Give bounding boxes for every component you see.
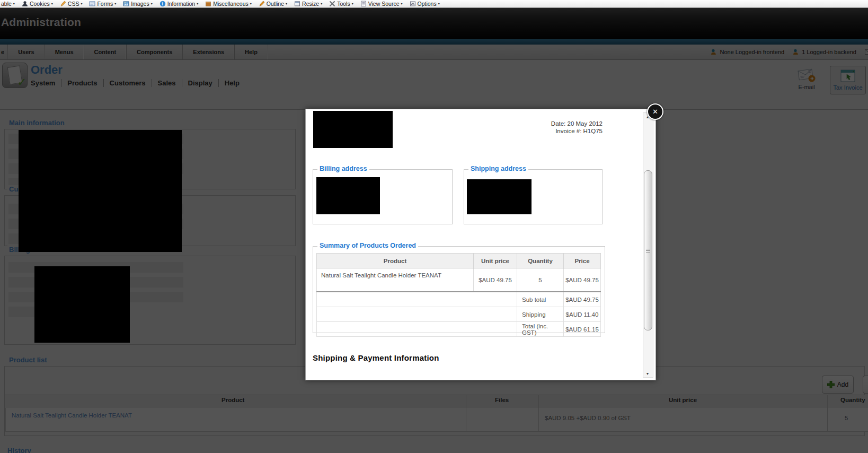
chevron-down-icon: ▾ bbox=[438, 2, 440, 5]
devtoolbar-item-view-source[interactable]: View Source ▾ bbox=[360, 1, 403, 7]
summary-col-quantity: Quantity bbox=[517, 254, 564, 268]
redacted-logo bbox=[313, 111, 393, 148]
browser-devtoolbar: able ▾ Cookies ▾ CSS ▾ Forms ▾ Images ▾ … bbox=[0, 0, 868, 8]
chevron-down-icon: ▾ bbox=[81, 2, 82, 5]
subtotal-label: Sub total bbox=[517, 292, 564, 307]
chevron-down-icon: ▾ bbox=[321, 2, 322, 5]
summary-quantity: 5 bbox=[517, 268, 564, 292]
devtoolbar-item-information[interactable]: Information ▾ bbox=[160, 1, 199, 7]
thumb-grip bbox=[646, 250, 650, 251]
document-icon bbox=[360, 1, 367, 7]
invoice-meta: Date: 20 May 2012 Invoice #: H1Q75 bbox=[551, 120, 603, 135]
devtoolbar-item-forms[interactable]: Forms ▾ bbox=[89, 1, 116, 7]
modal-summary-fieldset: Summary of Products Ordered Product Unit… bbox=[313, 246, 605, 333]
devtoolbar-item-label: Options bbox=[418, 1, 437, 7]
chevron-down-icon: ▾ bbox=[51, 2, 53, 5]
tax-invoice-modal: ✕ Date: 20 May 2012 Invoice #: H1Q75 Bil… bbox=[305, 109, 656, 380]
modal-billing-address-fieldset: Billing address bbox=[313, 169, 453, 224]
scroll-down-icon[interactable]: ▼ bbox=[643, 370, 652, 377]
scrollbar-thumb[interactable] bbox=[644, 170, 652, 330]
devtoolbar-item-label: Information bbox=[167, 1, 196, 7]
invoice-date: Date: 20 May 2012 bbox=[551, 120, 603, 127]
summary-product-row: Natural Salt Tealight Candle Holder TEAN… bbox=[317, 268, 601, 292]
summary-price: $AUD 49.75 bbox=[564, 268, 601, 292]
summary-unit-price: $AUD 49.75 bbox=[474, 268, 517, 292]
chevron-down-icon: ▾ bbox=[151, 2, 153, 5]
invoice-number: Invoice #: H1Q75 bbox=[551, 127, 603, 135]
devtoolbar-item-resize[interactable]: Resize ▾ bbox=[294, 1, 322, 7]
thumb-grip bbox=[646, 249, 650, 249]
devtoolbar-item-label: Forms bbox=[97, 1, 113, 7]
info-icon bbox=[160, 1, 166, 7]
shipping-payment-heading: Shipping & Payment Information bbox=[313, 353, 439, 362]
summary-total-row: Total (inc. GST) $AUD 61.15 bbox=[317, 322, 601, 337]
redacted-billing-address bbox=[316, 177, 380, 214]
devtoolbar-item-css[interactable]: CSS ▾ bbox=[60, 1, 83, 7]
summary-col-price: Price bbox=[564, 254, 601, 268]
summary-col-product: Product bbox=[317, 254, 474, 268]
devtoolbar-item-images[interactable]: Images ▾ bbox=[123, 1, 152, 7]
devtoolbar-item-options[interactable]: Options ▾ bbox=[410, 1, 440, 7]
summary-col-unit-price: Unit price bbox=[474, 254, 517, 268]
devtoolbar-item-label: Images bbox=[131, 1, 149, 7]
devtoolbar-item-miscellaneous[interactable]: Miscellaneous ▾ bbox=[205, 1, 252, 7]
empty-cell bbox=[317, 307, 517, 322]
devtoolbar-item-tools[interactable]: Tools ▾ bbox=[329, 1, 353, 7]
devtoolbar-item-outline[interactable]: Outline ▾ bbox=[259, 1, 287, 7]
summary-shipping-row: Shipping $AUD 11.40 bbox=[317, 307, 601, 322]
modal-billing-address-legend: Billing address bbox=[317, 165, 369, 172]
pencil-icon bbox=[60, 1, 66, 7]
resize-window-icon bbox=[294, 1, 300, 7]
images-icon bbox=[123, 1, 129, 7]
summary-product-name: Natural Salt Tealight Candle Holder TEAN… bbox=[317, 268, 474, 292]
options-icon bbox=[410, 1, 416, 7]
redacted-shipping-address bbox=[467, 179, 532, 214]
devtoolbar-item-label: Outline bbox=[267, 1, 284, 7]
summary-table: Product Unit price Quantity Price Natura… bbox=[316, 253, 601, 337]
devtoolbar-item-cookies[interactable]: Cookies ▾ bbox=[22, 1, 53, 7]
chevron-down-icon: ▾ bbox=[352, 2, 353, 5]
devtoolbar-item-label: Resize bbox=[302, 1, 319, 7]
modal-scrollbar[interactable]: ▲ ▼ bbox=[643, 112, 653, 378]
thumb-grip bbox=[646, 252, 650, 252]
chevron-down-icon: ▾ bbox=[250, 2, 252, 5]
modal-shipping-address-legend: Shipping address bbox=[468, 165, 528, 172]
devtoolbar-item-disable[interactable]: able ▾ bbox=[1, 1, 15, 7]
shipping-label: Shipping bbox=[517, 307, 564, 322]
cookies-icon bbox=[22, 1, 28, 7]
summary-header-row: Product Unit price Quantity Price bbox=[317, 254, 601, 268]
chevron-down-icon: ▾ bbox=[286, 2, 287, 5]
subtotal-value: $AUD 49.75 bbox=[564, 292, 601, 307]
chevron-down-icon: ▾ bbox=[114, 2, 116, 5]
pencil-icon bbox=[259, 1, 265, 7]
empty-cell bbox=[317, 322, 517, 337]
total-value: $AUD 61.15 bbox=[564, 322, 601, 337]
close-glyph: ✕ bbox=[652, 108, 658, 116]
tools-icon bbox=[329, 1, 335, 7]
chevron-down-icon: ▾ bbox=[197, 2, 198, 5]
chevron-down-icon: ▾ bbox=[13, 2, 15, 5]
summary-subtotal-row: Sub total $AUD 49.75 bbox=[317, 292, 601, 307]
close-icon[interactable]: ✕ bbox=[647, 103, 663, 120]
devtoolbar-item-label: View Source bbox=[368, 1, 400, 7]
empty-cell bbox=[317, 292, 517, 307]
modal-summary-legend: Summary of Products Ordered bbox=[317, 242, 418, 249]
total-label: Total (inc. GST) bbox=[517, 322, 564, 337]
shipping-value: $AUD 11.40 bbox=[564, 307, 601, 322]
toolbox-icon bbox=[205, 1, 211, 7]
forms-icon bbox=[89, 1, 95, 7]
devtoolbar-item-label: CSS bbox=[68, 1, 79, 7]
devtoolbar-item-label: Tools bbox=[337, 1, 350, 7]
devtoolbar-item-label: able bbox=[1, 1, 12, 7]
devtoolbar-item-label: Cookies bbox=[30, 1, 50, 7]
devtoolbar-item-label: Miscellaneous bbox=[213, 1, 249, 7]
modal-shipping-address-fieldset: Shipping address bbox=[464, 169, 603, 224]
chevron-down-icon: ▾ bbox=[401, 2, 402, 5]
